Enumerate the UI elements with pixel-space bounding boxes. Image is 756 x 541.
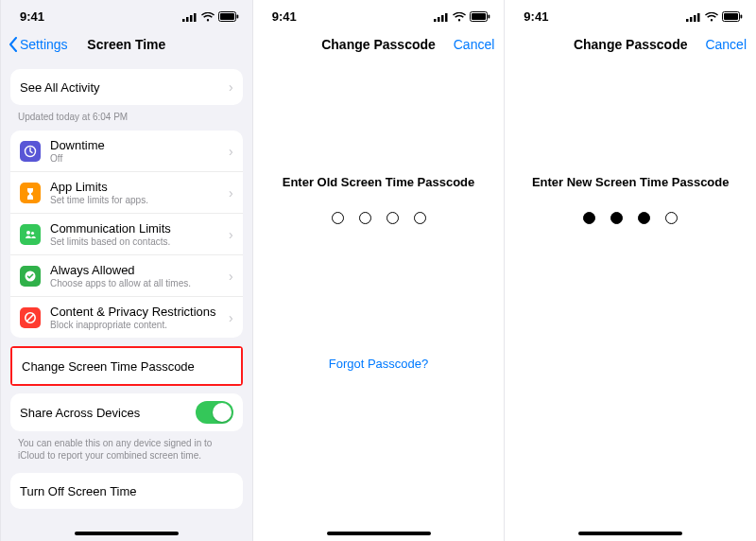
back-label: Settings	[20, 37, 68, 52]
wifi-icon	[705, 12, 718, 22]
passcode-prompt: Enter Old Screen Time Passcode	[253, 175, 505, 189]
row-content-privacy[interactable]: Content & Privacy Restrictions Block ina…	[10, 296, 243, 338]
row-turn-off[interactable]: Turn Off Screen Time	[10, 473, 243, 509]
downtime-icon	[20, 141, 41, 162]
svg-rect-19	[489, 15, 490, 19]
passcode-prompt: Enter New Screen Time Passcode	[505, 175, 756, 189]
group-activity: See All Activity ›	[10, 69, 243, 105]
row-downtime[interactable]: Downtime Off ›	[10, 131, 243, 171]
phone-screen-time: 9:41 Settings Screen Time See All Activi…	[0, 0, 252, 541]
share-footer: You can enable this on any device signed…	[1, 431, 252, 462]
row-sub: Block inappropriate content.	[50, 320, 223, 330]
row-communication-limits[interactable]: Communication Limits Set limits based on…	[10, 213, 243, 254]
row-always-allowed[interactable]: Always Allowed Choose apps to allow at a…	[10, 254, 243, 296]
svg-rect-18	[472, 13, 486, 20]
nav-bar: Change Passcode Cancel	[505, 27, 756, 61]
home-indicator[interactable]	[578, 532, 682, 535]
svg-rect-21	[690, 17, 693, 22]
passcode-dot	[610, 212, 623, 224]
status-time: 9:41	[20, 9, 44, 24]
row-label: Content & Privacy Restrictions	[50, 305, 223, 319]
cellular-icon	[182, 12, 198, 22]
highlight-change-passcode: Change Screen Time Passcode	[10, 346, 243, 386]
status-bar: 9:41	[505, 0, 756, 27]
app-limits-icon	[20, 183, 41, 203]
svg-rect-20	[686, 19, 689, 22]
svg-rect-16	[445, 13, 448, 22]
wifi-icon	[453, 12, 466, 22]
svg-rect-26	[741, 15, 743, 19]
passcode-dots	[253, 212, 505, 224]
svg-line-12	[26, 314, 33, 321]
passcode-dot	[583, 212, 595, 224]
back-button[interactable]: Settings	[9, 27, 68, 61]
phone-new-passcode: 9:41 Change Passcode Cancel Enter New Sc…	[504, 0, 756, 541]
svg-rect-13	[434, 19, 437, 22]
battery-icon	[470, 11, 490, 22]
svg-rect-3	[194, 13, 197, 22]
cellular-icon	[434, 12, 449, 22]
cancel-button[interactable]: Cancel	[454, 27, 495, 61]
row-sub: Off	[50, 153, 223, 164]
passcode-dot	[359, 212, 371, 224]
row-sub: Set time limits for apps.	[50, 195, 223, 205]
status-icons	[686, 11, 743, 22]
chevron-right-icon: ›	[229, 227, 233, 242]
svg-rect-5	[220, 13, 234, 20]
settings-scroll[interactable]: See All Activity › Updated today at 6:04…	[1, 61, 252, 541]
svg-rect-15	[441, 15, 444, 22]
cancel-button[interactable]: Cancel	[705, 27, 747, 61]
passcode-dot	[332, 212, 344, 224]
cancel-label: Cancel	[454, 37, 495, 52]
page-title: Change Passcode	[574, 37, 688, 52]
chevron-right-icon: ›	[229, 185, 233, 201]
passcode-dot	[387, 212, 399, 224]
always-allowed-icon	[20, 266, 41, 287]
home-indicator[interactable]	[75, 532, 179, 535]
status-icons	[182, 11, 239, 22]
forgot-passcode-link[interactable]: Forgot Passcode?	[253, 357, 505, 371]
row-label: Turn Off Screen Time	[20, 484, 137, 498]
svg-rect-1	[186, 17, 189, 22]
toggle-share-devices[interactable]	[196, 401, 233, 424]
chevron-left-icon	[9, 37, 18, 52]
cellular-icon	[686, 12, 701, 22]
passcode-dots	[505, 212, 756, 224]
status-time: 9:41	[524, 9, 548, 24]
passcode-dot	[638, 212, 650, 224]
home-indicator[interactable]	[327, 532, 431, 535]
svg-point-8	[26, 231, 30, 235]
svg-rect-22	[694, 15, 696, 22]
row-sub: Choose apps to allow at all times.	[50, 278, 223, 288]
battery-icon	[722, 11, 743, 22]
content-privacy-icon	[20, 307, 41, 328]
row-label: App Limits	[50, 180, 223, 194]
status-icons	[434, 11, 490, 22]
row-change-passcode[interactable]: Change Screen Time Passcode	[12, 348, 241, 384]
status-bar: 9:41	[253, 0, 505, 27]
row-label: Downtime	[50, 138, 223, 152]
chevron-right-icon: ›	[229, 144, 233, 159]
row-label: Share Across Devices	[20, 406, 196, 420]
phone-old-passcode: 9:41 Change Passcode Cancel Enter Old Sc…	[252, 0, 505, 541]
svg-rect-0	[182, 19, 185, 22]
passcode-dot	[665, 212, 678, 224]
row-label: Always Allowed	[50, 263, 223, 277]
svg-rect-2	[190, 15, 193, 22]
group-share-devices: Share Across Devices	[10, 393, 243, 431]
row-see-all-activity[interactable]: See All Activity ›	[10, 69, 243, 105]
nav-bar: Change Passcode Cancel	[253, 27, 505, 61]
status-bar: 9:41	[1, 0, 252, 27]
page-title: Change Passcode	[321, 37, 436, 52]
nav-bar: Settings Screen Time	[1, 27, 252, 61]
svg-rect-23	[697, 13, 700, 22]
svg-rect-14	[438, 17, 440, 22]
row-label: Communication Limits	[50, 221, 223, 236]
svg-rect-25	[724, 13, 738, 20]
svg-rect-6	[236, 15, 238, 19]
chevron-right-icon: ›	[229, 269, 233, 284]
chevron-right-icon: ›	[229, 79, 233, 95]
row-share-across-devices[interactable]: Share Across Devices	[10, 393, 243, 431]
chevron-right-icon: ›	[229, 310, 233, 325]
row-app-limits[interactable]: App Limits Set time limits for apps. ›	[10, 171, 243, 213]
